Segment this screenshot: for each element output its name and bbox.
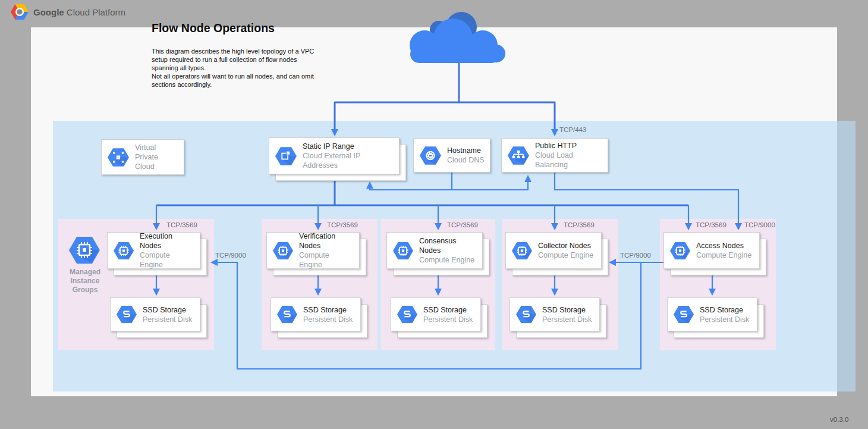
node-card-title: Consensus Nodes: [419, 236, 477, 255]
ssd-card-title: SSD Storage: [423, 305, 473, 315]
ssd-card-title: SSD Storage: [700, 305, 749, 315]
persistent-disk-icon: [674, 306, 694, 323]
card-virtual-private-cloud: Virtual Private Cloud: [101, 139, 184, 175]
load-balancing-icon: [508, 146, 529, 165]
ssd-card-subtitle: Persistent Disk: [700, 315, 749, 324]
public-http-title: Public HTTP: [535, 141, 603, 151]
port-label-in-coll-tcp9000: TCP/9000: [620, 252, 651, 259]
persistent-disk-icon: [516, 306, 536, 323]
card-access-nodes: Access Nodes Compute Engine: [663, 232, 760, 269]
port-label-coll-tcp3569: TCP/3569: [564, 221, 595, 228]
node-card-subtitle: Compute Engine: [419, 255, 477, 265]
public-http-subtitle: Cloud Load Balancing: [535, 151, 603, 170]
card-static-ip-range: Static IP Range Cloud External IP Addres…: [269, 137, 400, 174]
port-label-cons-tcp3569: TCP/3569: [447, 221, 478, 228]
port-label-tcp443: TCP/443: [559, 126, 586, 133]
card-public-http: Public HTTP Cloud Load Balancing: [501, 138, 608, 173]
compute-engine-icon: [670, 242, 690, 259]
port-label-access-tcp9000: TCP/9000: [744, 221, 775, 228]
node-card-subtitle: Compute Engine: [299, 250, 354, 270]
persistent-disk-icon: [277, 306, 297, 323]
ssd-card-subtitle: Persistent Disk: [143, 315, 192, 324]
port-label-exec-tcp3569: TCP/3569: [166, 221, 197, 228]
card-ssd-collector: SSD Storage Persistent Disk: [510, 298, 600, 331]
card-ssd-access: SSD Storage Persistent Disk: [667, 298, 757, 331]
node-card-title: Access Nodes: [696, 241, 751, 250]
compute-engine-icon: [273, 242, 293, 259]
ssd-card-subtitle: Persistent Disk: [542, 315, 592, 324]
diagram-canvas: Google Cloud Platform Flow Node Operatio…: [0, 0, 868, 429]
port-label-verif-tcp3569: TCP/3569: [327, 221, 358, 228]
ssd-card-subtitle: Persistent Disk: [423, 315, 473, 324]
external-ip-icon: [275, 147, 297, 165]
persistent-disk-icon: [117, 306, 137, 323]
card-collector-nodes: Collector Nodes Compute Engine: [505, 232, 602, 269]
node-card-subtitle: Compute Engine: [538, 250, 593, 260]
vpc-icon: [108, 148, 129, 167]
ssd-card-subtitle: Persistent Disk: [303, 315, 353, 324]
node-card-title: Verification Nodes: [299, 231, 354, 250]
ssd-card-title: SSD Storage: [143, 305, 192, 315]
compute-engine-icon: [512, 242, 532, 259]
ssd-card-title: SSD Storage: [542, 305, 592, 315]
port-label-access-tcp3569: TCP/3569: [696, 221, 727, 228]
node-card-subtitle: Compute Engine: [696, 250, 751, 260]
managed-instance-groups-label: Managed Instance Groups: [57, 268, 113, 295]
static-ip-title: Static IP Range: [303, 142, 394, 151]
card-execution-nodes: Execution Nodes Compute Engine: [107, 232, 200, 269]
node-card-title: Execution Nodes: [140, 231, 195, 250]
hostname-subtitle: Cloud DNS: [447, 155, 485, 165]
compute-engine-icon: [114, 242, 134, 259]
card-ssd-execution: SSD Storage Persistent Disk: [110, 298, 200, 331]
node-card-title: Collector Nodes: [538, 241, 593, 250]
node-card-subtitle: Compute Engine: [140, 250, 195, 270]
persistent-disk-icon: [397, 306, 417, 323]
static-ip-subtitle: Cloud External IP Addresses: [303, 151, 394, 170]
cloud-dns-icon: [420, 146, 441, 165]
compute-engine-icon: [393, 242, 413, 259]
vpc-card-title: Virtual Private Cloud: [135, 143, 179, 171]
card-hostname: Hostname Cloud DNS: [413, 138, 490, 173]
ssd-card-title: SSD Storage: [303, 305, 353, 315]
managed-instance-groups-icon: [69, 237, 100, 264]
card-ssd-consensus: SSD Storage Persistent Disk: [391, 298, 481, 331]
card-ssd-verification: SSD Storage Persistent Disk: [271, 298, 361, 331]
connector-lines: [0, 0, 868, 429]
version-label: v0.3.0: [830, 416, 848, 423]
card-consensus-nodes: Consensus Nodes Compute Engine: [386, 232, 483, 269]
port-label-in-exec-tcp9000: TCP/9000: [215, 252, 246, 259]
card-verification-nodes: Verification Nodes Compute Engine: [266, 232, 360, 269]
hostname-title: Hostname: [447, 146, 485, 155]
